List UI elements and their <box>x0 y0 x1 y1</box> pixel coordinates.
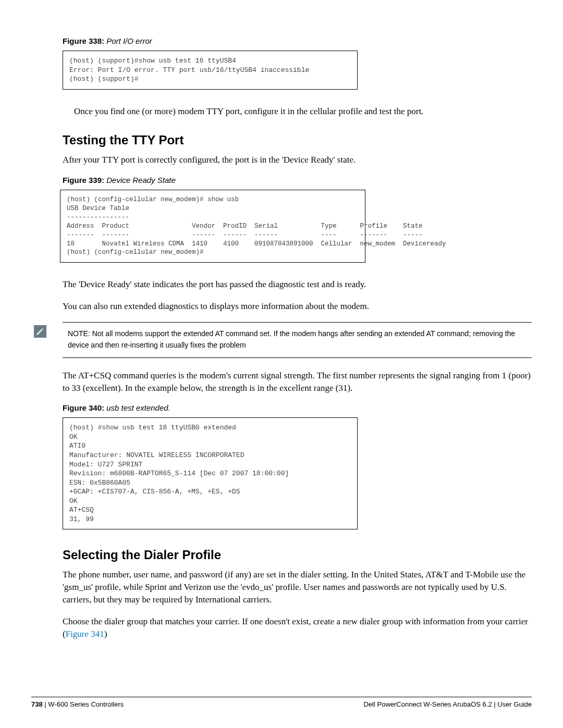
paragraph-dialer-2-pre: Choose the dialer group that matches you… <box>63 616 528 639</box>
footer-rule <box>31 697 532 697</box>
figure-339-caption: Figure 339: Device Ready State <box>63 176 532 184</box>
footer-sep2: | <box>492 700 498 708</box>
paragraph-after-338: Once you find one (or more) modem TTY po… <box>63 105 532 118</box>
page-number: 738 <box>31 700 43 708</box>
figure-340-caption: Figure 340: usb test extended. <box>63 403 532 412</box>
footer-left: 738 | W-600 Series Controllers <box>31 700 124 708</box>
figure-340-code: (host) #show usb test 18 ttyUSB0 extende… <box>63 417 358 529</box>
figure-339-title: Device Ready State <box>106 176 176 184</box>
figure-339-label: Figure 339: <box>63 176 104 184</box>
page: Figure 338: Port I/O error (host) (suppo… <box>0 0 563 728</box>
figure-340-title: usb test extended. <box>106 403 170 412</box>
figure-341-link[interactable]: Figure 341 <box>66 629 104 639</box>
paragraph-extended-diag: You can also run extended diagnostics to… <box>63 300 532 313</box>
figure-338-caption: Figure 338: Port I/O error <box>63 36 532 45</box>
paragraph-dialer-1: The phone number, user name, and passwor… <box>63 569 532 606</box>
figure-338-title: Port I/O error <box>106 36 152 45</box>
note-rule-bottom <box>63 357 532 358</box>
footer-product: Dell PowerConnect W-Series ArubaOS 6.2 <box>363 700 492 708</box>
heading-dialer-profile: Selecting the Dialer Profile <box>63 548 532 562</box>
figure-339-code: (host) (config-cellular new_modem)# show… <box>60 190 365 263</box>
figure-338-code: (host) (support)#show usb test 16 ttyUSB… <box>63 51 358 90</box>
paragraph-atcsq: The AT+CSQ command queries is the modem'… <box>63 369 532 394</box>
footer-row: 738 | W-600 Series Controllers Dell Powe… <box>31 700 532 708</box>
footer-right: Dell PowerConnect W-Series ArubaOS 6.2 |… <box>363 700 532 708</box>
footer-sep: | <box>43 700 48 708</box>
page-footer: 738 | W-600 Series Controllers Dell Powe… <box>31 697 532 708</box>
paragraph-tty-intro: After your TTY port is correctly configu… <box>63 154 532 166</box>
pencil-icon <box>34 325 46 338</box>
paragraph-device-ready: The 'Device Ready' state indicates the p… <box>63 278 532 291</box>
paragraph-dialer-2-post: ) <box>104 629 107 639</box>
note-block: NOTE: Not all modems support the extende… <box>63 322 532 358</box>
figure-340-label: Figure 340: <box>63 403 104 412</box>
note-text: NOTE: Not all modems support the extende… <box>63 323 532 357</box>
heading-testing-tty-port: Testing the TTY Port <box>63 133 532 147</box>
footer-section: W-600 Series Controllers <box>48 700 124 708</box>
figure-338-label: Figure 338: <box>63 36 104 45</box>
paragraph-dialer-2: Choose the dialer group that matches you… <box>63 615 532 640</box>
footer-doc: User Guide <box>497 700 532 708</box>
